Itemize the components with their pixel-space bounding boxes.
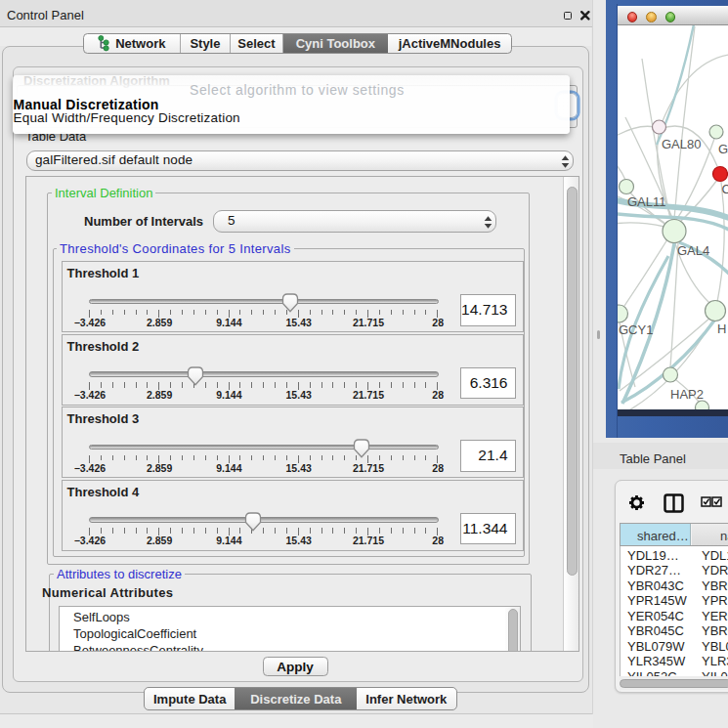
svg-text:HAP2: HAP2 — [670, 387, 704, 402]
svg-text:GCY1: GCY1 — [619, 322, 653, 337]
svg-text:C: C — [722, 182, 728, 196]
svg-text:GAL80: GAL80 — [662, 137, 701, 151]
svg-text:GA: GA — [718, 142, 728, 156]
svg-text:GAL4: GAL4 — [677, 243, 709, 258]
svg-text:GAL11: GAL11 — [627, 194, 666, 209]
svg-text:H: H — [717, 321, 726, 336]
